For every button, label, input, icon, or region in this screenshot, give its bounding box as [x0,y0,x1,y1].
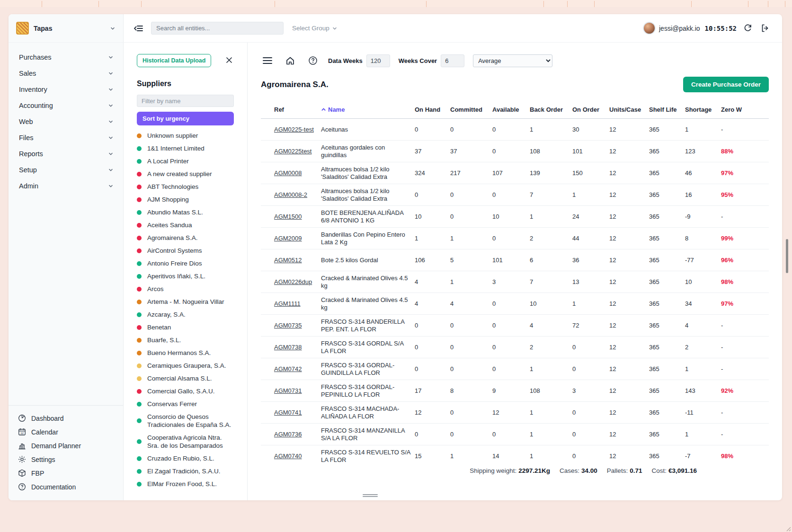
page-scrollbar-thumb[interactable] [786,239,788,273]
historical-data-upload-button[interactable]: Historical Data Upload [137,54,211,67]
supplier-item-comercial-gallo-s-a-u[interactable]: Comercial Gallo, S.A.U. [137,385,234,398]
supplier-item-abundio-matas-s-l[interactable]: Abundio Matas S.L. [137,206,234,219]
supplier-item-ajm-shopping[interactable]: AJM Shopping [137,193,234,206]
chevron-down-icon [108,87,114,92]
collapse-sidebar-icon[interactable] [132,22,145,35]
sidebar-item-admin[interactable]: Admin [9,178,123,194]
sidebar-item-documentation[interactable]: Documentation [9,480,123,494]
sidebar-item-dashboard[interactable]: Dashboard [9,411,123,425]
column-header-on-hand[interactable]: On Hand [415,106,449,113]
average-select[interactable]: Average [473,54,552,67]
supplier-item-agromairena-s-a[interactable]: Agromairena S.A. [137,231,234,244]
sidebar-item-web[interactable]: Web [9,114,123,130]
sidebar-item-settings[interactable]: Settings [9,452,123,466]
corner-resize-grip[interactable] [784,525,791,532]
table-row-AGM0742: AGM0742FRASCO S-314 GORDAL-GUINDILLA LA … [261,358,769,380]
create-purchase-order-button[interactable]: Create Purchase Order [683,77,769,92]
ref-link[interactable]: AGM0512 [274,257,302,264]
data-weeks-input[interactable] [366,54,390,67]
column-header-committed[interactable]: Committed [450,106,491,113]
ref-link[interactable]: AGM0736 [274,431,302,438]
supplier-item-azcaray-s-a[interactable]: Azcaray, S.A. [137,308,234,321]
column-header-on-order[interactable]: On Order [572,106,608,113]
supplier-item-a-local-printer[interactable]: A Local Printer [137,155,234,168]
column-header-ref[interactable]: Ref [274,106,320,113]
supplier-item-aircontrol-systems[interactable]: AirControl Systems [137,244,234,257]
supplier-item-bueno-hermanos-s-a[interactable]: Bueno Hermanos S.A. [137,346,234,359]
logout-icon[interactable] [759,22,772,35]
supplier-item-ceramiques-graupera-s-a[interactable]: Ceramiques Graupera, S.A. [137,359,234,372]
column-header-back-order[interactable]: Back Order [530,106,571,113]
box-icon [18,469,26,477]
supplier-item-cooperativa-agricola-ntra-sra-de-los-desamparados[interactable]: Cooperativa Agricola Ntra. Sra. de los D… [137,431,234,452]
status-dot-green [137,146,142,151]
sidebar-item-demand-planner[interactable]: Demand Planner [9,439,123,452]
ref-link[interactable]: AGM0225test [274,148,312,155]
supplier-item-buarfe-s-l[interactable]: Buarfe, S.L. [137,334,234,346]
ref-link[interactable]: AGM0738 [274,344,302,351]
supplier-item-el-zagal-tradici-n-s-a-u[interactable]: El Zagal Tradición, S.A.U. [137,465,234,478]
column-header-units-case[interactable]: Units/Case [609,106,648,113]
panel-resize-handle[interactable] [363,494,378,498]
cell-back-order: 7 [530,278,571,285]
sidebar-item-accounting[interactable]: Accounting [9,98,123,114]
supplier-item-1-1-internet-limited[interactable]: 1&1 Internet Limited [137,142,234,155]
user-avatar[interactable] [644,23,655,34]
ref-link[interactable]: AGM0741 [274,409,302,417]
ref-link[interactable]: AGM1111 [274,300,301,308]
supplier-item-a-new-created-supplier[interactable]: A new created supplier [137,168,234,180]
supplier-item-comercial-alsama-s-l[interactable]: Comercial Alsama S.L. [137,372,234,385]
ref-link[interactable]: AGM0735 [274,322,302,329]
supplier-item-cruzado-en-rubio-s-l[interactable]: Cruzado En Rubio, S.L. [137,452,234,465]
supplier-item-antonio-freire-dios[interactable]: Antonio Freire Dios [137,257,234,270]
supplier-item-abt-technologies[interactable]: ABT Technologies [137,180,234,193]
weeks-cover-input[interactable] [441,54,464,67]
supplier-item-consorcio-de-quesos-tradicionales-de-espa-a-s-a[interactable]: Consorcio de Quesos Tradicionales de Esp… [137,410,234,431]
supplier-item-artema-m-nogueira-villar[interactable]: Artema - M. Nogueira Villar [137,295,234,308]
column-header-zero-w[interactable]: Zero W [721,106,751,113]
workspace-switcher[interactable]: Tapas [9,14,124,42]
column-header-shelf-life[interactable]: Shelf Life [649,106,684,113]
sidebar-item-fbp[interactable]: FBP [9,466,123,480]
product-name: FRASCO S-314 GORDAL-PEPINILLO LA FLOR [321,383,414,399]
home-icon[interactable] [284,54,297,67]
ref-link[interactable]: AGM0008-2 [274,191,307,199]
sidebar-item-calendar[interactable]: 12Calendar [9,425,123,439]
sidebar-item-files[interactable]: Files [9,130,123,146]
cell-shortage: 1 [685,126,720,133]
menu-icon[interactable] [261,55,274,66]
ref-link[interactable]: AGM2009 [274,235,302,242]
supplier-item-aceites-sandua[interactable]: Aceites Sandua [137,219,234,231]
ref-link[interactable]: AGM0225-test [274,126,314,133]
global-search-input[interactable] [151,22,284,35]
column-header-shortage[interactable]: Shortage [685,106,720,113]
help-icon[interactable] [306,54,320,67]
refresh-icon[interactable] [741,22,754,35]
sidebar-item-inventory[interactable]: Inventory [9,81,123,98]
ref-link[interactable]: AGM0742 [274,365,302,373]
supplier-item-arcos[interactable]: Arcos [137,283,234,295]
table-header: RefNameOn HandCommittedAvailableBack Ord… [261,102,769,119]
ref-link[interactable]: AGM0740 [274,452,302,460]
sidebar-item-reports[interactable]: Reports [9,146,123,162]
cell-committed: 5 [450,257,491,264]
ref-link[interactable]: AGM1500 [274,213,302,221]
supplier-item-aperitivos-i-aki-s-l[interactable]: Aperitivos Iñaki, S.L. [137,270,234,283]
supplier-item-unknown-supplier[interactable]: Unknown supplier [137,129,234,142]
sidebar-item-sales[interactable]: Sales [9,65,123,81]
ref-link[interactable]: AGM0226dup [274,278,312,286]
ref-link[interactable]: AGM0008 [274,169,302,177]
sort-by-urgency-button[interactable]: Sort by urgency [137,112,234,125]
column-header-available[interactable]: Available [492,106,529,113]
supplier-filter-input[interactable] [137,95,234,107]
supplier-item-benetan[interactable]: Benetan [137,321,234,334]
close-icon[interactable] [224,55,234,66]
supplier-item-conservas-ferrer[interactable]: Conservas Ferrer [137,398,234,410]
ref-link[interactable]: AGM0731 [274,387,302,395]
supplier-item-elmar-frozen-food-s-l[interactable]: ElMar Frozen Food, S.L. [137,478,234,490]
sidebar-item-purchases[interactable]: Purchases [9,49,123,65]
cell-back-order: 1 [530,409,571,416]
sidebar-item-setup[interactable]: Setup [9,162,123,178]
column-header-name[interactable]: Name [321,106,414,113]
select-group-dropdown[interactable]: Select Group [292,25,338,32]
